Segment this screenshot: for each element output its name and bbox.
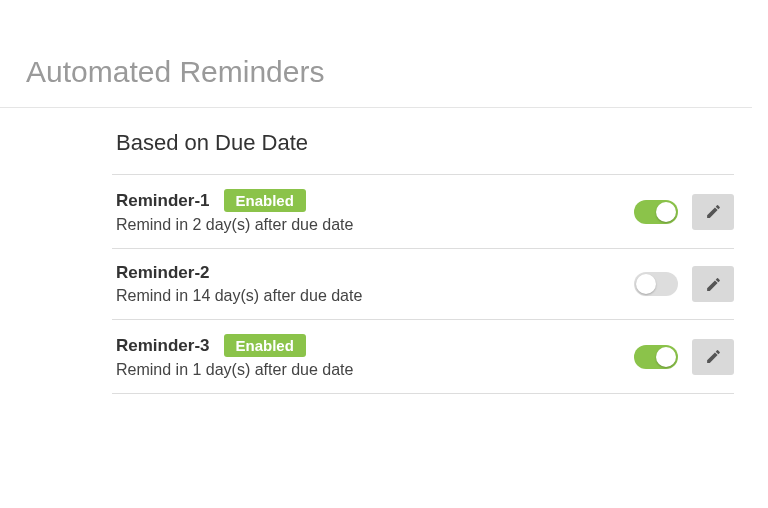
status-badge: Enabled — [224, 334, 306, 357]
reminder-header: Reminder-3 Enabled — [116, 334, 353, 357]
reminder-controls — [634, 339, 734, 375]
reminder-info: Reminder-1 Enabled Remind in 2 day(s) af… — [116, 189, 353, 234]
reminder-info: Reminder-3 Enabled Remind in 1 day(s) af… — [116, 334, 353, 379]
edit-button[interactable] — [692, 339, 734, 375]
reminder-toggle[interactable] — [634, 345, 678, 369]
reminder-toggle[interactable] — [634, 200, 678, 224]
section-title: Based on Due Date — [112, 130, 734, 175]
edit-button[interactable] — [692, 266, 734, 302]
reminder-controls — [634, 194, 734, 230]
pencil-icon — [705, 203, 722, 220]
pencil-icon — [705, 276, 722, 293]
reminder-description: Remind in 2 day(s) after due date — [116, 216, 353, 234]
reminder-name: Reminder-2 — [116, 263, 210, 283]
reminder-row: Reminder-1 Enabled Remind in 2 day(s) af… — [112, 175, 734, 249]
reminder-row: Reminder-3 Enabled Remind in 1 day(s) af… — [112, 320, 734, 394]
pencil-icon — [705, 348, 722, 365]
reminder-description: Remind in 14 day(s) after due date — [116, 287, 362, 305]
reminder-name: Reminder-1 — [116, 191, 210, 211]
reminder-header: Reminder-2 — [116, 263, 362, 283]
edit-button[interactable] — [692, 194, 734, 230]
reminder-description: Remind in 1 day(s) after due date — [116, 361, 353, 379]
reminder-name: Reminder-3 — [116, 336, 210, 356]
reminder-toggle[interactable] — [634, 272, 678, 296]
page-title: Automated Reminders — [0, 0, 752, 108]
reminders-section: Based on Due Date Reminder-1 Enabled Rem… — [0, 108, 768, 394]
reminder-info: Reminder-2 Remind in 14 day(s) after due… — [116, 263, 362, 305]
reminder-controls — [634, 266, 734, 302]
reminder-header: Reminder-1 Enabled — [116, 189, 353, 212]
reminder-row: Reminder-2 Remind in 14 day(s) after due… — [112, 249, 734, 320]
status-badge: Enabled — [224, 189, 306, 212]
